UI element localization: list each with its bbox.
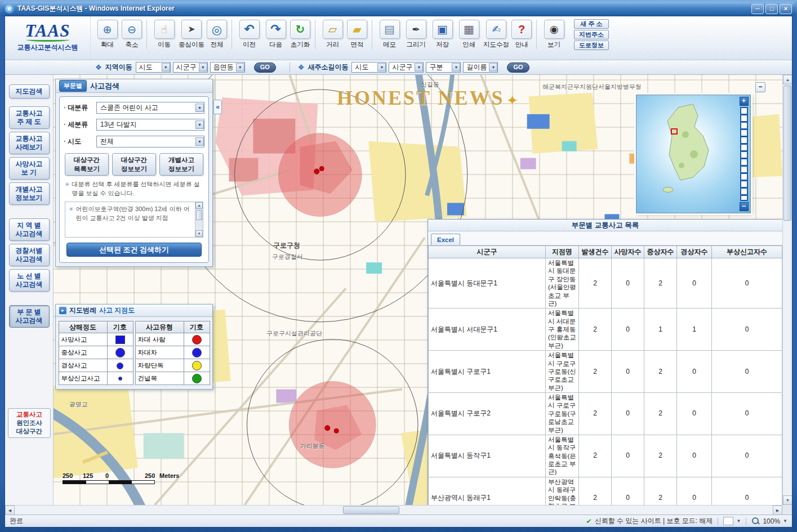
road-sigungu-select[interactable]: 시군구: [389, 62, 424, 73]
sido-select[interactable]: 전체: [96, 136, 204, 147]
map-edit-button[interactable]: 지도수정: [482, 20, 510, 49]
scroll-right-button[interactable]: [773, 506, 782, 515]
panel-collapse-button[interactable]: «: [213, 100, 222, 114]
scroll-left-button[interactable]: [5, 506, 15, 515]
vertical-scroll-thumb[interactable]: [783, 86, 791, 221]
accident-row[interactable]: 서울특별시 구로구2 서울특별시 구로구 구로동(구로남초교 부근) 2 0 2…: [429, 393, 782, 435]
region-sido-select[interactable]: 시도: [136, 62, 171, 73]
accident-row[interactable]: 서울특별시 동작구1 서울특별시 동작구 흑석동(은로초교 부근) 2 0 2 …: [429, 435, 782, 477]
guide-button[interactable]: 안내: [510, 20, 537, 49]
major-category-select[interactable]: 스쿨존 어린이 사고: [96, 102, 204, 114]
excel-export-button[interactable]: Excel: [431, 234, 460, 245]
chevron-down-icon[interactable]: [377, 63, 386, 71]
print-button[interactable]: 인쇄: [456, 20, 482, 49]
region-eupmyeondong-select[interactable]: 읍면동: [210, 62, 245, 73]
target-section-info-button[interactable]: 대상구간 정보보기: [112, 153, 156, 176]
region-sigungu-select[interactable]: 시군구: [173, 62, 208, 73]
search-selected-conditions-button[interactable]: 선택된 조건 검색하기: [66, 243, 202, 257]
scroll-down-button[interactable]: [783, 495, 792, 505]
minimize-button[interactable]: ─: [751, 4, 764, 14]
next-view-button[interactable]: 다음: [262, 20, 289, 49]
nav-select-value: 시도: [139, 62, 153, 72]
new-address-button[interactable]: 새 주 소: [574, 19, 609, 29]
compatibility-view-icon[interactable]: [723, 517, 733, 525]
jibun-address-button[interactable]: 지번주소: [574, 30, 609, 39]
save-button[interactable]: 저장: [429, 20, 456, 49]
horizontal-scrollbar[interactable]: [5, 505, 782, 515]
chevron-down-icon[interactable]: [195, 137, 204, 146]
maximize-button[interactable]: □: [765, 4, 778, 14]
status-text: 완료: [10, 516, 23, 526]
map-viewport[interactable]: HONEST NEWS 신길동 해군복지근무지원단서울지방병무청 구로구청 구로…: [54, 75, 782, 505]
serious-injury-count-cell: 2: [644, 435, 677, 477]
sideb​ar-item-map-search[interactable]: 지도검색: [9, 84, 50, 99]
note-scrollbar[interactable]: [195, 202, 203, 237]
sidebar-item-accident-theme-map[interactable]: 교통사고 주 제 도: [9, 106, 50, 129]
center-move-button[interactable]: 중심이동: [177, 20, 206, 49]
chevron-down-icon[interactable]: [452, 63, 460, 71]
view-button[interactable]: 보기: [541, 20, 567, 49]
individual-accident-info-button[interactable]: 개별사고 정보보기: [159, 153, 203, 176]
sidebar-item-accident-cause-investigation[interactable]: 교통사고 원인조사 대상구간: [8, 408, 51, 438]
next-icon: [266, 20, 286, 39]
sidebar-item-sector-search[interactable]: 부 문 별 사고검색: [9, 305, 50, 328]
scroll-up-button[interactable]: [783, 75, 792, 84]
target-section-list-button[interactable]: 대상구간 목록보기: [65, 153, 109, 176]
chevron-down-icon[interactable]: [415, 63, 423, 71]
chevron-down-icon[interactable]: [236, 63, 244, 71]
road-gubun-select[interactable]: 구분: [426, 62, 461, 73]
chevron-down-icon[interactable]: [736, 518, 741, 524]
road-name-select[interactable]: 길이름: [463, 62, 498, 73]
scroll-up-icon[interactable]: [195, 202, 203, 209]
road-info-button[interactable]: 도로정보: [574, 41, 609, 50]
chevron-down-icon[interactable]: [162, 63, 170, 71]
toolbar-button-label: 면적: [351, 41, 364, 49]
chevron-down-icon[interactable]: [783, 518, 787, 524]
chevron-down-icon[interactable]: [195, 120, 204, 129]
window-titlebar[interactable]: TAAS-GIS분석시스템 - Windows Internet Explore…: [2, 2, 795, 16]
road-sido-select[interactable]: 시도: [351, 62, 386, 73]
previous-view-button[interactable]: 이전: [236, 20, 262, 49]
sidebar-item-fatal-accidents[interactable]: 사망사고 보 기: [9, 157, 50, 180]
close-button[interactable]: ×: [780, 4, 792, 14]
column-header: 지점명: [546, 246, 579, 258]
chevron-down-icon[interactable]: [199, 63, 207, 71]
page-zoom-level[interactable]: 100%: [763, 517, 780, 525]
reset-button[interactable]: 초기화: [289, 20, 315, 49]
vertical-scrollbar[interactable]: [782, 75, 792, 505]
zoom-out-button[interactable]: 축소: [121, 20, 147, 49]
scroll-down-icon[interactable]: [195, 230, 203, 237]
horizontal-scroll-thumb[interactable]: [343, 506, 399, 514]
sidebar-item-route-search[interactable]: 노 선 별 사고검색: [9, 269, 50, 292]
map-panel-collapse-button[interactable]: −: [755, 82, 765, 92]
page-zoom-icon[interactable]: [751, 517, 760, 525]
sidebar-item-accident-cases[interactable]: 교통사고 사례보기: [9, 132, 50, 154]
draw-button[interactable]: 그리기: [403, 20, 429, 49]
memo-button[interactable]: 메모: [376, 20, 403, 49]
zoom-in-button[interactable]: 확대: [94, 20, 121, 49]
accident-row[interactable]: 부산광역시 동래구1 부산광역시 동래구 안락동(충렬초교 부근) 2 0 2 …: [429, 477, 782, 505]
area-measure-button[interactable]: 면적: [346, 20, 372, 49]
scroll-thumb[interactable]: [196, 210, 202, 220]
sidebar-item-police-station-search[interactable]: 경찰서별 사고검색: [9, 244, 50, 266]
accident-list-toolbar: Excel: [428, 231, 782, 245]
road-go-button[interactable]: GO: [507, 62, 529, 73]
minimap-zoom-out-button[interactable]: −: [740, 202, 749, 211]
pan-button[interactable]: 이동: [151, 20, 177, 49]
minor-injury-count-cell: 0: [677, 351, 712, 393]
full-extent-button[interactable]: 전체: [206, 20, 232, 49]
memo-icon: [380, 20, 400, 39]
sidebar-item-region-search[interactable]: 지 역 별 사고검색: [9, 218, 50, 241]
minimap-zoom-slider[interactable]: [740, 107, 748, 201]
sub-category-select[interactable]: 13년 다발지: [96, 119, 204, 131]
accident-row[interactable]: 서울특별시 동대문구1 서울특별시 동대문구 장안동(서울안평초교 부근) 2 …: [429, 258, 782, 309]
region-go-button[interactable]: GO: [254, 62, 276, 73]
chevron-down-icon[interactable]: [489, 63, 497, 71]
sidebar-item-individual-accident-info[interactable]: 개별사고 정보보기: [9, 182, 50, 205]
accident-row[interactable]: 서울특별시 구로구1 서울특별시 구로구 구로동(신구로초교 부근) 2 0 2…: [429, 351, 782, 393]
distance-measure-button[interactable]: 거리: [319, 20, 346, 49]
minimap-zoom-in-button[interactable]: +: [740, 97, 749, 106]
accident-row[interactable]: 서울특별시 서대문구1 서울특별시 서대문구 홍제동(인왕초교 부근) 2 0 …: [429, 309, 782, 351]
chevron-down-icon[interactable]: [195, 104, 204, 112]
overview-minimap[interactable]: + −: [636, 95, 751, 213]
